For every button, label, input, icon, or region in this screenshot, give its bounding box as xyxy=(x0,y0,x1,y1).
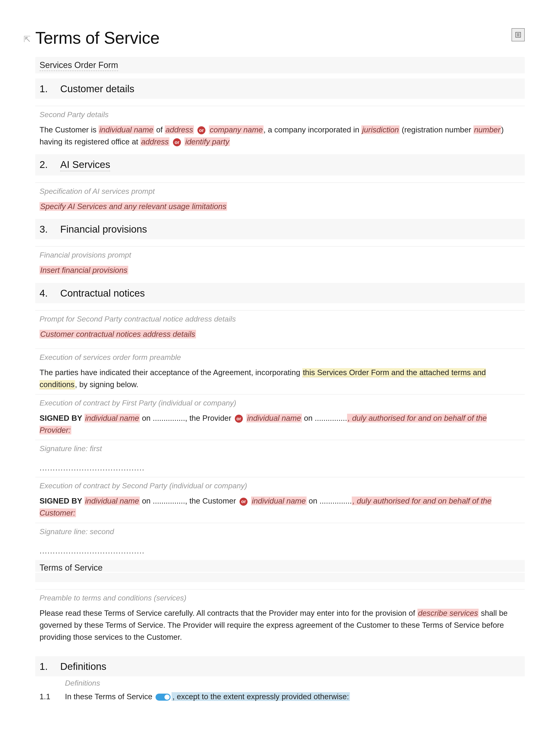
signed-by-label: SIGNED BY xyxy=(39,414,82,422)
placeholder-address[interactable]: address xyxy=(165,125,194,134)
section-title[interactable]: AI Services xyxy=(60,159,110,171)
document-body: Services Order Form 1. Customer details … xyxy=(35,57,525,704)
section-title: Definitions xyxy=(60,661,106,672)
page-title: Terms of Service xyxy=(35,28,159,47)
text-fragment: Please read these Terms of Service caref… xyxy=(39,609,417,617)
placeholder-individual-name[interactable]: individual name xyxy=(246,414,302,422)
title-group: ⇱ Terms of Service xyxy=(23,28,159,47)
clause-number: 1.1 xyxy=(39,692,54,701)
definition-1-1: 1.1 In these Terms of Service , except t… xyxy=(35,690,525,704)
prompt-financial: Financial provisions prompt xyxy=(35,246,525,263)
form-title-band: Services Order Form xyxy=(35,57,525,73)
exec-first-text: SIGNED BY individual name on ...........… xyxy=(35,411,525,437)
signature-line-first[interactable]: ........................................ xyxy=(35,456,525,475)
or-badge-icon[interactable]: or xyxy=(173,138,181,146)
section-title: Contractual notices xyxy=(60,288,145,299)
prompt-second-party: Second Party details xyxy=(35,106,525,122)
section-number: 1. xyxy=(39,83,49,95)
definitions-label-row: Definitions xyxy=(35,677,525,690)
section-title: Financial provisions xyxy=(60,224,147,235)
text-fragment: (registration number xyxy=(400,125,473,134)
section-number: 2. xyxy=(39,159,49,171)
placeholder-financial[interactable]: Insert financial provisions xyxy=(39,266,128,275)
prompt-exec-first: Execution of contract by First Party (in… xyxy=(35,394,525,411)
text-fragment: on ............... xyxy=(307,496,352,505)
preamble-text: Please read these Terms of Service caref… xyxy=(35,606,525,644)
financial-body: Insert financial provisions xyxy=(35,263,525,278)
text-fragment: , the Provider xyxy=(185,414,234,422)
highlight-except-clause[interactable]: , except to the extent expressly provide… xyxy=(171,692,350,701)
signature-line-second[interactable]: ........................................ xyxy=(35,539,525,558)
prompt-ai-spec: Specification of AI services prompt xyxy=(35,182,525,199)
exec-second-text: SIGNED BY individual name on ...........… xyxy=(35,493,525,520)
section-number: 4. xyxy=(39,288,49,299)
text-fragment: In these Terms of Service xyxy=(65,692,155,701)
section-heading-ai: 2. AI Services xyxy=(35,154,525,175)
prompt-preamble-tc: Preamble to terms and conditions (servic… xyxy=(35,589,525,606)
text-fragment: , the Customer xyxy=(185,496,238,505)
prompt-sig-first: Signature line: first xyxy=(35,440,525,456)
outline-icon[interactable] xyxy=(512,28,525,41)
section-number: 3. xyxy=(39,224,49,235)
text-fragment: of xyxy=(154,125,165,134)
placeholder-individual-name[interactable]: individual name xyxy=(85,414,140,422)
placeholder-number[interactable]: number xyxy=(473,125,501,134)
text-fragment: on ............... xyxy=(302,414,347,422)
text-fragment: The parties have indicated their accepta… xyxy=(39,368,302,377)
link-anchor-icon[interactable]: ⇱ xyxy=(23,34,31,44)
placeholder-address-2[interactable]: address xyxy=(140,137,169,146)
signed-by-label: SIGNED BY xyxy=(39,496,82,505)
placeholder-identify-party[interactable]: identify party xyxy=(184,137,230,146)
text-fragment: , a company incorporated in xyxy=(264,125,362,134)
toggle-switch[interactable] xyxy=(155,694,171,701)
section-title: Customer details xyxy=(60,83,134,95)
placeholder-individual-name[interactable]: individual name xyxy=(99,125,154,134)
or-badge-icon[interactable]: or xyxy=(235,415,243,423)
text-fragment: , by signing below. xyxy=(75,380,139,389)
prompt-notice: Prompt for Second Party contractual noti… xyxy=(35,310,525,327)
prompt-exec-preamble: Execution of services order form preambl… xyxy=(35,348,525,365)
prompt-sig-second: Signature line: second xyxy=(35,523,525,539)
text-fragment: on ............... xyxy=(140,414,185,422)
section-heading-definitions: 1. Definitions xyxy=(35,656,525,677)
placeholder-ai-spec[interactable]: Specify AI Services and any relevant usa… xyxy=(39,202,227,211)
section-number: 1. xyxy=(39,661,49,672)
placeholder-individual-name[interactable]: individual name xyxy=(251,496,306,505)
document-header: ⇱ Terms of Service xyxy=(23,28,525,47)
placeholder-jurisdiction[interactable]: jurisdiction xyxy=(362,125,400,134)
clause-text: In these Terms of Service , except to th… xyxy=(65,692,350,701)
or-badge-icon[interactable]: or xyxy=(197,126,205,134)
placeholder-company-name[interactable]: company name xyxy=(209,125,264,134)
placeholder-individual-name[interactable]: individual name xyxy=(85,496,140,505)
customer-details-text: The Customer is individual name of addre… xyxy=(35,122,525,149)
placeholder-notice[interactable]: Customer contractual notices address det… xyxy=(39,330,196,338)
section-heading-customer: 1. Customer details xyxy=(35,79,525,99)
text-fragment: on ............... xyxy=(140,496,185,505)
form-title: Services Order Form xyxy=(39,60,118,71)
definitions-label: Definitions xyxy=(65,679,100,688)
prompt-exec-second: Execution of contract by Second Party (i… xyxy=(35,477,525,493)
notice-body: Customer contractual notices address det… xyxy=(35,327,525,341)
section-heading-notices: 4. Contractual notices xyxy=(35,283,525,303)
tos-subtitle-band: Terms of Service xyxy=(35,560,525,582)
placeholder-describe-services[interactable]: describe services xyxy=(417,609,479,617)
ai-services-body: Specify AI Services and any relevant usa… xyxy=(35,199,525,214)
exec-preamble-text: The parties have indicated their accepta… xyxy=(35,365,525,392)
section-heading-financial: 3. Financial provisions xyxy=(35,219,525,239)
tos-subtitle: Terms of Service xyxy=(39,563,103,573)
text-fragment: The Customer is xyxy=(39,125,99,134)
or-badge-icon[interactable]: or xyxy=(240,498,248,506)
